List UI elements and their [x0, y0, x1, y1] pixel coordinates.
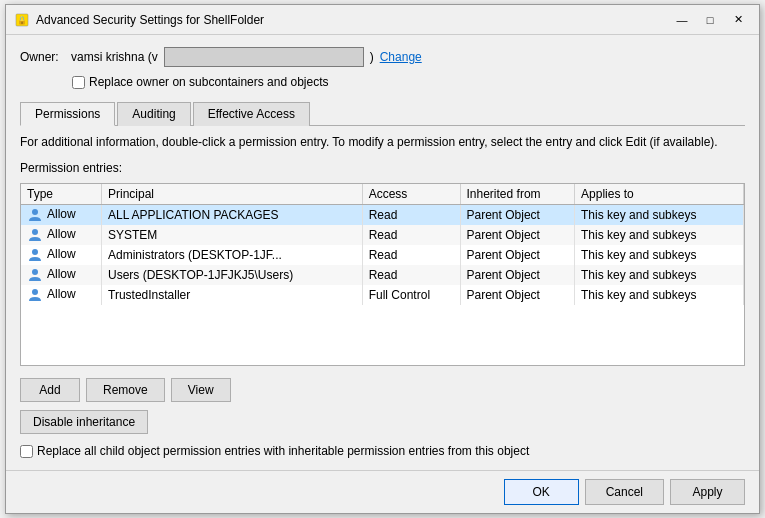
cell-principal: Users (DESKTOP-1JFJKJ5\Users) [102, 265, 363, 285]
cell-access: Read [362, 265, 460, 285]
footer-buttons: OK Cancel Apply [6, 470, 759, 513]
cell-access: Read [362, 204, 460, 225]
main-content: Owner: vamsi krishna (v ) Change Replace… [6, 35, 759, 470]
user-icon [27, 267, 43, 283]
cell-type: Allow [21, 204, 102, 225]
table-row[interactable]: AllowSYSTEMReadParent ObjectThis key and… [21, 225, 744, 245]
window-icon: 🔒 [14, 12, 30, 28]
action-buttons: Add Remove View [20, 378, 745, 402]
user-icon [27, 287, 43, 303]
tab-bar: Permissions Auditing Effective Access [20, 101, 745, 126]
cell-access: Read [362, 225, 460, 245]
disable-inheritance-button[interactable]: Disable inheritance [20, 410, 148, 434]
info-text: For additional information, double-click… [20, 134, 745, 151]
owner-input[interactable] [164, 47, 364, 67]
owner-value: vamsi krishna (v [71, 50, 158, 64]
disable-inheritance-row: Disable inheritance [20, 410, 745, 434]
cell-inherited-from: Parent Object [460, 204, 575, 225]
cell-applies-to: This key and subkeys [575, 245, 744, 265]
cell-applies-to: This key and subkeys [575, 285, 744, 305]
add-button[interactable]: Add [20, 378, 80, 402]
cell-type: Allow [21, 285, 102, 305]
tab-effective-access[interactable]: Effective Access [193, 102, 310, 126]
svg-point-2 [32, 209, 38, 215]
title-bar-left: 🔒 Advanced Security Settings for ShellFo… [14, 12, 264, 28]
ok-button[interactable]: OK [504, 479, 579, 505]
permissions-table: Type Principal Access Inherited from App… [21, 184, 744, 305]
cell-access: Full Control [362, 285, 460, 305]
user-icon [27, 207, 43, 223]
col-access: Access [362, 184, 460, 205]
owner-row: Owner: vamsi krishna (v ) Change [20, 47, 745, 67]
cell-principal: TrustedInstaller [102, 285, 363, 305]
tab-auditing[interactable]: Auditing [117, 102, 190, 126]
cell-type: Allow [21, 265, 102, 285]
replace-child-label: Replace all child object permission entr… [37, 444, 529, 458]
change-button[interactable]: Change [380, 50, 422, 64]
cell-inherited-from: Parent Object [460, 265, 575, 285]
tab-permissions[interactable]: Permissions [20, 102, 115, 126]
permissions-table-container: Type Principal Access Inherited from App… [20, 183, 745, 366]
title-controls: — □ ✕ [669, 10, 751, 30]
cell-inherited-from: Parent Object [460, 225, 575, 245]
remove-button[interactable]: Remove [86, 378, 165, 402]
table-row[interactable]: AllowUsers (DESKTOP-1JFJKJ5\Users)ReadPa… [21, 265, 744, 285]
cell-type: Allow [21, 225, 102, 245]
cell-inherited-from: Parent Object [460, 285, 575, 305]
title-bar: 🔒 Advanced Security Settings for ShellFo… [6, 5, 759, 35]
minimize-button[interactable]: — [669, 10, 695, 30]
owner-label: Owner: [20, 50, 65, 64]
svg-text:🔒: 🔒 [17, 15, 27, 25]
svg-point-5 [32, 269, 38, 275]
user-icon [27, 247, 43, 263]
replace-child-checkbox[interactable] [20, 445, 33, 458]
cell-applies-to: This key and subkeys [575, 225, 744, 245]
svg-point-4 [32, 249, 38, 255]
close-button[interactable]: ✕ [725, 10, 751, 30]
replace-owner-checkbox[interactable] [72, 76, 85, 89]
cell-principal: SYSTEM [102, 225, 363, 245]
cancel-button[interactable]: Cancel [585, 479, 664, 505]
table-row[interactable]: AllowTrustedInstallerFull ControlParent … [21, 285, 744, 305]
replace-owner-label: Replace owner on subcontainers and objec… [89, 75, 328, 89]
svg-point-6 [32, 289, 38, 295]
table-row[interactable]: AllowALL APPLICATION PACKAGESReadParent … [21, 204, 744, 225]
cell-applies-to: This key and subkeys [575, 265, 744, 285]
cell-principal: ALL APPLICATION PACKAGES [102, 204, 363, 225]
window-title: Advanced Security Settings for ShellFold… [36, 13, 264, 27]
table-row[interactable]: AllowAdministrators (DESKTOP-1JF...ReadP… [21, 245, 744, 265]
svg-point-3 [32, 229, 38, 235]
col-applies-to: Applies to [575, 184, 744, 205]
permission-entries-label: Permission entries: [20, 161, 745, 175]
cell-applies-to: This key and subkeys [575, 204, 744, 225]
cell-access: Read [362, 245, 460, 265]
col-type: Type [21, 184, 102, 205]
user-icon [27, 227, 43, 243]
col-principal: Principal [102, 184, 363, 205]
cell-type: Allow [21, 245, 102, 265]
replace-child-row: Replace all child object permission entr… [20, 444, 745, 458]
maximize-button[interactable]: □ [697, 10, 723, 30]
apply-button[interactable]: Apply [670, 479, 745, 505]
col-inherited-from: Inherited from [460, 184, 575, 205]
cell-inherited-from: Parent Object [460, 245, 575, 265]
cell-principal: Administrators (DESKTOP-1JF... [102, 245, 363, 265]
replace-owner-row: Replace owner on subcontainers and objec… [72, 75, 745, 89]
main-window: 🔒 Advanced Security Settings for ShellFo… [5, 4, 760, 514]
view-button[interactable]: View [171, 378, 231, 402]
